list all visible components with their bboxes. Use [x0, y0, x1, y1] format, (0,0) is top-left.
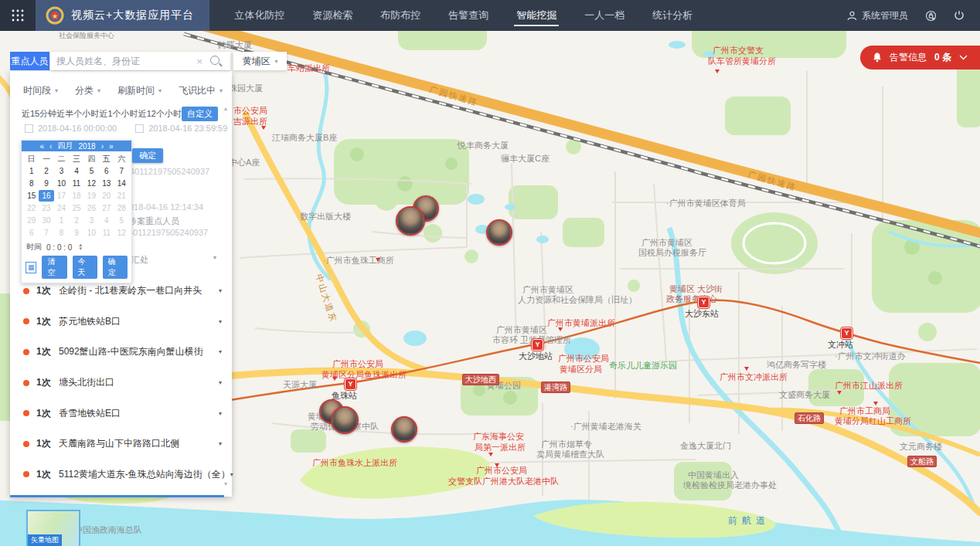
- calendar-day[interactable]: 12: [84, 178, 99, 189]
- calendar-day[interactable]: 12: [114, 227, 129, 239]
- calendar-day[interactable]: 17: [54, 190, 69, 202]
- chevron-down-icon[interactable]: ▾: [219, 379, 222, 386]
- calendar-day[interactable]: 8: [54, 227, 69, 239]
- calendar-day[interactable]: 16: [39, 190, 53, 202]
- nav-item-1[interactable]: 资源检索: [298, 0, 366, 31]
- nav-item-2[interactable]: 布防布控: [366, 0, 434, 31]
- list-item[interactable]: 1次塘头北街出口▾: [10, 368, 232, 398]
- calendar-day[interactable]: 5: [84, 165, 99, 177]
- minimap-toggle[interactable]: 矢量地图: [26, 510, 80, 546]
- spinner-down-icon[interactable]: ▼: [78, 247, 83, 251]
- app-logo-block[interactable]: ★ 视频云+大数据应用平台: [36, 0, 209, 31]
- next-month-button[interactable]: ›: [101, 142, 104, 151]
- calendar-day[interactable]: 15: [24, 190, 39, 202]
- date-input-from[interactable]: 2018-04-16 00:00:00: [25, 124, 117, 133]
- calendar-day[interactable]: 14: [114, 178, 129, 189]
- date-input-to[interactable]: 2018-04-16 23:59:59: [135, 124, 227, 133]
- power-icon[interactable]: [954, 10, 965, 21]
- calendar-day[interactable]: 13: [99, 178, 114, 189]
- calendar-month[interactable]: 四月: [57, 141, 73, 151]
- calendar-day[interactable]: 25: [69, 202, 83, 214]
- nav-item-3[interactable]: 告警查询: [434, 0, 502, 31]
- nav-item-4[interactable]: 智能挖掘: [502, 0, 570, 31]
- list-item[interactable]: 1次5112黄埔大道东-鱼珠总站向海边街（全）▾: [10, 460, 232, 490]
- calendar-day[interactable]: 1: [54, 215, 69, 226]
- scrollbar-horizontal[interactable]: [10, 495, 224, 497]
- chevron-down-icon[interactable]: ▾: [230, 471, 233, 478]
- security-settings-icon[interactable]: [925, 10, 937, 22]
- quick-range-1[interactable]: 近半个小时: [56, 108, 99, 120]
- calendar-day[interactable]: 11: [69, 178, 83, 189]
- calendar-day[interactable]: 24: [54, 202, 69, 214]
- calendar-day[interactable]: 2: [69, 215, 83, 226]
- calendar-day[interactable]: 22: [24, 202, 39, 214]
- chevron-down-icon[interactable]: ▾: [219, 318, 222, 325]
- person-avatar-marker[interactable]: [396, 206, 425, 236]
- quick-range-3[interactable]: 近12个小时: [138, 108, 182, 120]
- person-avatar-marker[interactable]: [486, 219, 512, 246]
- calendar-day[interactable]: 1: [24, 165, 39, 177]
- chevron-down-icon[interactable]: [959, 55, 968, 60]
- calendar-day[interactable]: 3: [54, 165, 69, 177]
- alert-bar[interactable]: 告警信息 0 条: [860, 46, 980, 70]
- calendar-day[interactable]: 6: [24, 227, 39, 239]
- calendar-button[interactable]: 今天: [73, 256, 97, 279]
- confirm-button[interactable]: 确定: [132, 148, 163, 163]
- filter-dropdown-3[interactable]: 飞识比中▾: [179, 84, 223, 97]
- calendar-day[interactable]: 8: [24, 178, 39, 189]
- calendar-day[interactable]: 30: [39, 215, 53, 226]
- district-dropdown[interactable]: 黄埔区 ▾: [233, 52, 287, 70]
- quick-range-0[interactable]: 近15分钟: [22, 108, 56, 120]
- calendar-day[interactable]: 20: [99, 190, 114, 202]
- calendar-year[interactable]: 2018: [78, 142, 95, 151]
- calendar-day[interactable]: 28: [114, 202, 129, 214]
- calendar-day[interactable]: 4: [69, 165, 83, 177]
- person-avatar-marker[interactable]: [391, 416, 417, 443]
- calendar-day[interactable]: 2: [39, 165, 53, 177]
- filter-dropdown-0[interactable]: 时间段▾: [23, 84, 58, 97]
- nav-item-5[interactable]: 一人一档: [570, 0, 638, 31]
- calendar-day[interactable]: 5: [114, 215, 129, 226]
- prev-year-button[interactable]: «: [39, 142, 44, 151]
- scroll-down-icon[interactable]: ▾: [224, 480, 227, 487]
- calendar-button[interactable]: 确定: [103, 256, 128, 279]
- calendar-day[interactable]: 23: [39, 202, 53, 214]
- list-item[interactable]: 1次苏元地铁站B口▾: [10, 307, 232, 337]
- nav-item-6[interactable]: 统计分析: [638, 0, 706, 31]
- chevron-down-icon[interactable]: ▾: [219, 440, 222, 447]
- quick-range-4[interactable]: 自定义: [182, 107, 218, 121]
- calendar-day[interactable]: 7: [39, 227, 53, 239]
- calendar-day[interactable]: 7: [114, 165, 129, 177]
- calendar-day[interactable]: 3: [84, 215, 99, 226]
- calendar-day[interactable]: 9: [39, 178, 53, 189]
- filter-dropdown-2[interactable]: 刷新时间▾: [117, 84, 162, 97]
- calendar-day[interactable]: 10: [54, 178, 69, 189]
- chevron-down-icon[interactable]: ▾: [213, 254, 216, 261]
- scroll-up-icon[interactable]: ▴: [224, 105, 227, 112]
- time-spinner[interactable]: ▲ ▼: [78, 243, 83, 251]
- list-item[interactable]: 1次天麓南路与山下中路路口北侧▾: [10, 429, 232, 460]
- calendar-day[interactable]: 9: [69, 227, 83, 239]
- chevron-down-icon[interactable]: ▾: [219, 348, 222, 355]
- metro-station-icon[interactable]: Y: [532, 339, 543, 351]
- quick-range-2[interactable]: 近1个小时: [99, 108, 138, 120]
- calendar-day[interactable]: 26: [84, 202, 99, 214]
- calendar-day[interactable]: 21: [114, 190, 129, 202]
- list-item[interactable]: 1次香雪地铁站E口▾: [10, 398, 232, 429]
- calendar-day[interactable]: 6: [99, 165, 114, 177]
- chevron-down-icon[interactable]: ▾: [219, 287, 222, 294]
- prev-month-button[interactable]: ‹: [49, 142, 52, 151]
- clear-icon[interactable]: ×: [191, 56, 208, 67]
- apps-grid-icon[interactable]: [0, 0, 36, 31]
- calendar-day[interactable]: 29: [24, 215, 39, 226]
- nav-item-0[interactable]: 立体化防控: [220, 0, 298, 31]
- metro-station-icon[interactable]: Y: [698, 297, 709, 308]
- person-avatar-marker[interactable]: [331, 406, 359, 434]
- tab-key-person[interactable]: 重点人员: [10, 52, 49, 70]
- calendar-button[interactable]: 清空: [42, 256, 66, 279]
- metro-station-icon[interactable]: Y: [345, 378, 356, 390]
- search-icon[interactable]: [210, 56, 219, 65]
- calendar-day[interactable]: 11: [99, 227, 114, 239]
- calendar-day[interactable]: 19: [84, 190, 99, 202]
- calendar-day[interactable]: 4: [99, 215, 114, 226]
